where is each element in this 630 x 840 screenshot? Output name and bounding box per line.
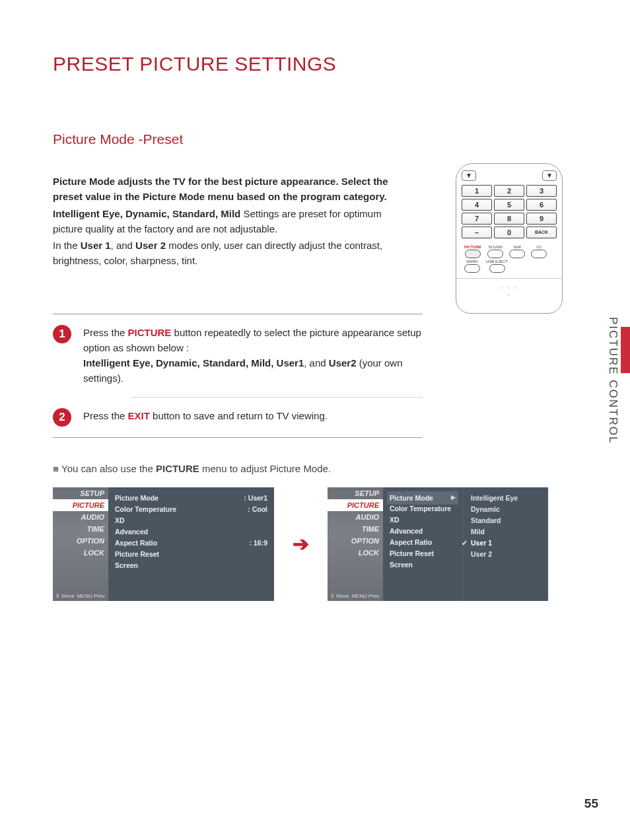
step-1-modes: Intelligent Eye, Dynamic, Standard, Mild… <box>83 357 304 368</box>
intro-p3d: User 2 <box>135 240 166 251</box>
osd-option-standard: Standard <box>470 515 542 526</box>
remote-numpad: 123456789–0BACK <box>462 185 557 238</box>
osd-option-intelligent-eye: Intelligent Eye <box>470 493 542 504</box>
osd-row-screen: Screen <box>390 559 456 571</box>
osd-prev-hint: MENU Prev. <box>77 593 106 599</box>
remote-key-back: BACK <box>526 227 557 238</box>
remote-key-1: 1 <box>462 185 492 197</box>
step-1-body: Press the PICTURE button repeatedly to s… <box>83 325 423 386</box>
section-side-label: PICTURE CONTROL <box>606 317 619 444</box>
osd-tab-time: TIME <box>53 523 108 535</box>
page-title: PRESET PICTURE SETTINGS <box>53 53 590 75</box>
osd-footer: ⥯ Move MENU Prev. <box>328 591 383 601</box>
osd-row-color-temperature: Color Temperature: Cool <box>115 504 267 515</box>
osd-settings-list: Picture Mode▶Color TemperatureXDAdvanced… <box>383 487 462 601</box>
picture-keyword: PICTURE <box>156 463 199 474</box>
remote-ch-down-icon: ▼ <box>542 170 557 181</box>
step-1: 1 Press the PICTURE button repeatedly to… <box>53 314 423 397</box>
remote-picture-button: PICTURE <box>464 245 481 258</box>
remote-sap-button: SAP <box>509 245 525 258</box>
t: button to save and return to TV viewing. <box>150 410 328 421</box>
remote-key-3: 3 <box>526 185 557 197</box>
arrow-right-icon: ➔ <box>293 532 309 555</box>
osd-row-picture-mode: Picture Mode▶ <box>387 491 458 505</box>
osd-menu-list: SETUPPICTUREAUDIOTIMEOPTIONLOCK <box>328 487 383 559</box>
osd-menu-tabs: SETUPPICTUREAUDIOTIMEOPTIONLOCK ⥯ Move M… <box>53 487 108 601</box>
section-title: Picture Mode -Preset <box>53 131 590 147</box>
osd-tab-picture: PICTURE <box>328 499 383 511</box>
osd-tab-option: OPTION <box>328 535 383 547</box>
t: , and <box>304 357 329 368</box>
remote-key-9: 9 <box>526 213 557 225</box>
osd-tab-option: OPTION <box>53 535 108 547</box>
osd-row-xd: XD <box>115 515 267 526</box>
osd-tab-setup: SETUP <box>328 487 383 499</box>
t: menu to adjust Picture Mode. <box>199 463 331 474</box>
osd-tab-audio: AUDIO <box>53 511 108 523</box>
osd-menu-list: SETUPPICTUREAUDIOTIMEOPTIONLOCK <box>53 487 108 559</box>
osd-option-dynamic: Dynamic <box>470 504 542 515</box>
osd-tab-lock: LOCK <box>328 547 383 559</box>
divider <box>53 437 423 438</box>
osd-prev-hint: MENU Prev. <box>351 593 380 599</box>
exit-keyword: EXIT <box>128 410 150 421</box>
osd-menu-tabs: SETUPPICTUREAUDIOTIMEOPTIONLOCK ⥯ Move M… <box>328 487 383 601</box>
osd-option-user-1: User 1 <box>470 538 542 549</box>
osd-settings-list: Picture Mode: User1Color Temperature: Co… <box>108 487 274 601</box>
remote-key-4: 4 <box>462 199 492 211</box>
step-2: 2 Press the EXIT button to save and retu… <box>53 398 423 437</box>
intro-p3c: , and <box>111 240 136 251</box>
remote-key-8: 8 <box>494 213 524 225</box>
step-number-1: 1 <box>53 325 71 343</box>
intro-p2: Intelligent Eye, Dynamic, Standard, Mild… <box>53 206 396 237</box>
t: Press the <box>83 327 128 338</box>
osd-row-advanced: Advanced <box>115 526 267 538</box>
remote-key-7: 7 <box>462 213 492 225</box>
divider <box>456 278 562 279</box>
t: You can also use the <box>61 463 156 474</box>
step-number-2: 2 <box>53 408 71 427</box>
note-line: ■You can also use the PICTURE menu to ad… <box>53 463 590 474</box>
osd-row-advanced: Advanced <box>390 526 456 537</box>
osd-tab-audio: AUDIO <box>328 511 383 523</box>
t: User2 <box>329 357 357 368</box>
osd-row-color-temperature: Color Temperature <box>390 503 456 514</box>
remote-key-0: 0 <box>494 227 524 238</box>
remote-key-2: 2 <box>494 185 524 197</box>
remote-color-row-2: MARKUSB EJECT <box>462 260 557 273</box>
remote-key-–: – <box>462 227 492 238</box>
osd-row-aspect-ratio: Aspect Ratio: 16:9 <box>115 538 267 549</box>
osd-row-xd: XD <box>390 514 456 526</box>
intro-p3a: In the <box>53 240 81 251</box>
intro-p1: Picture Mode adjusts the TV for the best… <box>53 174 396 205</box>
osd-row-picture-reset: Picture Reset <box>390 548 456 559</box>
steps-block: 1 Press the PICTURE button repeatedly to… <box>53 314 423 438</box>
osd-row-aspect-ratio: Aspect Ratio <box>390 537 456 548</box>
intro-text: Picture Mode adjusts the TV for the best… <box>53 174 396 269</box>
remote-top-row: ▼ ▼ <box>462 170 557 181</box>
picture-keyword: PICTURE <box>128 327 172 338</box>
remote-dpad-icon: ◦ ◦ ◦◦ <box>462 284 557 298</box>
osd-option-user-2: User 2 <box>470 549 542 560</box>
intro-p3: In the User 1, and User 2 modes only, us… <box>53 238 396 269</box>
remote-mark-button: MARK <box>464 260 480 273</box>
manual-page: PRESET PICTURE SETTINGS Picture Mode -Pr… <box>0 0 630 840</box>
osd-row-picture-mode: Picture Mode: User1 <box>115 493 267 504</box>
osd-tab-picture: PICTURE <box>53 499 108 511</box>
remote-key-6: 6 <box>526 199 557 211</box>
osd-row-screen: Screen <box>115 560 267 571</box>
osd-move-hint: ⥯ Move <box>55 593 75 599</box>
remote-usb-eject-button: USB EJECT <box>486 260 508 273</box>
osd-tab-time: TIME <box>328 523 383 535</box>
step-2-body: Press the EXIT button to save and return… <box>83 408 328 423</box>
page-number: 55 <box>584 796 598 811</box>
t: Press the <box>83 410 128 421</box>
remote-key-5: 5 <box>494 199 524 211</box>
bullet-icon: ■ <box>53 463 59 474</box>
remote-illustration: ▼ ▼ 123456789–0BACK PICTURESOUNDSAPCC MA… <box>456 163 563 314</box>
section-thumb-tab <box>621 327 630 373</box>
remote-cc-button: CC <box>531 245 547 258</box>
osd-move-hint: ⥯ Move <box>330 593 349 599</box>
osd-before: SETUPPICTUREAUDIOTIMEOPTIONLOCK ⥯ Move M… <box>53 487 274 601</box>
osd-screenshots-row: SETUPPICTUREAUDIOTIMEOPTIONLOCK ⥯ Move M… <box>53 487 590 601</box>
